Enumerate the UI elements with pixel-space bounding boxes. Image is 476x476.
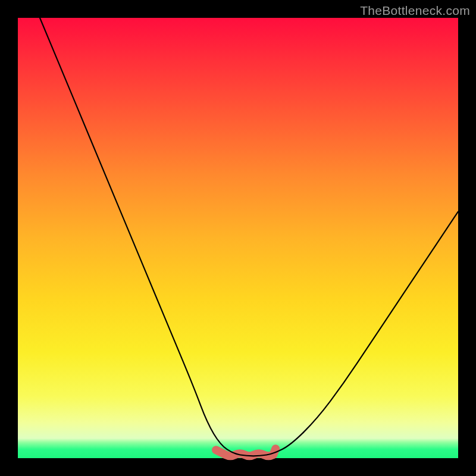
bottleneck-curve: [40, 18, 458, 456]
watermark-text: TheBottleneck.com: [360, 4, 470, 18]
curve-layer: [18, 18, 458, 458]
chart-frame: TheBottleneck.com: [0, 0, 476, 476]
